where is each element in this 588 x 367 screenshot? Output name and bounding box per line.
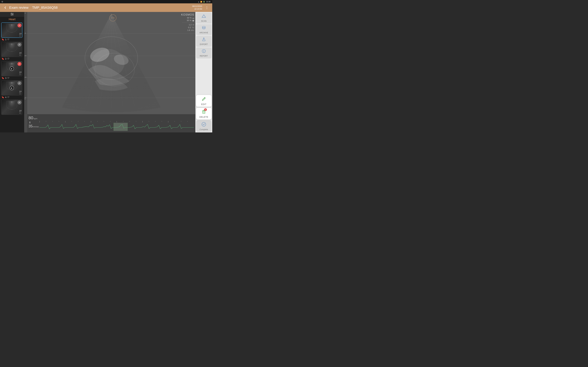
thumbnail-item[interactable]: ▐▐▐AbcABC ✓ 🔖 2 / 7	[1, 42, 23, 60]
network-icon: ▲	[198, 1, 199, 3]
thumbnail-footer: 🔖 2 / 7	[1, 57, 23, 60]
battery2-row: 95 % ⬤	[181, 19, 194, 22]
svg-rect-20	[202, 40, 205, 41]
thumbnail-label: 1 / 7	[5, 38, 9, 41]
ecg-strip: 80bpm ⏸ 35mm/sec	[27, 114, 195, 133]
thumbnail-image: ▐▐▐AbcABC ✓	[1, 42, 22, 57]
edit-icon	[201, 97, 206, 102]
report-icon	[202, 49, 206, 54]
svg-point-5	[11, 15, 12, 16]
complete-icon	[201, 122, 206, 128]
header-date: 08/12/2020 22:23:50	[192, 5, 202, 10]
battery-icon: 🔋	[203, 1, 205, 3]
scan-label: SCAN	[201, 20, 207, 22]
header-menu-button[interactable]: ⋮	[204, 5, 210, 10]
mi-value: 1.2	[189, 24, 191, 26]
svg-point-19	[202, 26, 205, 27]
header-right: 08/12/2020 22:23:50 ⋮	[192, 5, 210, 10]
thumbnail-item[interactable]: ▐▐▐AbcABC ✓ ▶ 🔖 3 / 7	[1, 61, 23, 80]
ecg-pause-button[interactable]: ⏸	[28, 121, 31, 124]
right-sidebar: SCAN ARCHIVE EXPORT	[195, 12, 212, 133]
bookmark-icon: 🔖	[1, 38, 4, 41]
delete-button[interactable]: 2 DELETE	[196, 108, 211, 119]
delete-badge: 2	[204, 108, 207, 111]
delete-label: DELETE	[199, 116, 208, 118]
header-title: Exam review	[9, 6, 28, 10]
ecg-speed: 35mm/sec	[28, 124, 39, 128]
svg-marker-18	[202, 15, 206, 17]
us-image-canvas: EN	[27, 12, 195, 114]
svg-point-31	[202, 122, 206, 126]
ecg-bpm: 80bpm	[28, 116, 37, 120]
delete-icon	[201, 110, 206, 115]
thumbnail-footer: 🔖 3 / 7	[1, 76, 23, 80]
thumbnail-item[interactable]: ▐▐▐AbcABC ✓ 🔖 1 / 7	[1, 23, 23, 41]
thumbnail-image: ▐▐▐AbcABC ✓ ▶	[1, 61, 22, 76]
export-icon	[202, 37, 206, 43]
check-badge: ✓	[17, 62, 21, 66]
complete-button[interactable]: Complete	[196, 120, 211, 132]
thumbnail-footer: 🔖 4 / 7	[1, 96, 23, 99]
scale-10: -10	[24, 55, 26, 56]
back-button[interactable]	[2, 5, 8, 10]
complete-label: Complete	[199, 128, 208, 131]
ecg-timeline	[40, 121, 194, 131]
thumbnail-label: 4 / 7	[5, 96, 9, 99]
export-button[interactable]: EXPORT	[196, 36, 211, 47]
battery1-icon: ▬	[192, 17, 194, 19]
tis-label: TIS	[192, 27, 194, 28]
svg-point-3	[11, 13, 12, 14]
status-bar-left	[1, 1, 3, 2]
edit-label: EDIT	[201, 103, 207, 106]
bookmark-icon: 🔖	[1, 58, 4, 60]
info-brand: KOSMOS	[181, 13, 194, 16]
filter-icon[interactable]	[10, 13, 14, 16]
check-badge: ✓	[17, 23, 21, 27]
mhz-row: 1.8 MHz	[181, 29, 194, 31]
svg-point-4	[12, 14, 13, 15]
thumbnail-image: ▐▐▐AbcABC ✓	[1, 100, 22, 115]
category-label: Heart	[1, 18, 23, 21]
check-badge: ✓	[17, 43, 21, 47]
thumbnail-item[interactable]: ▐▐▐AbcABC ✓	[1, 100, 23, 115]
signal-icon: 📶	[200, 1, 202, 3]
status-dot	[1, 1, 3, 2]
archive-button[interactable]: ARCHIVE	[196, 24, 211, 35]
archive-label: ARCHIVE	[199, 32, 208, 34]
edit-button[interactable]: EDIT	[196, 95, 211, 107]
left-sidebar: Heart ▐▐▐AbcABC ✓ 🔖 1 / 7 ▐▐▐AbcABC	[0, 12, 24, 133]
bookmark-icon: 🔖	[1, 77, 4, 79]
thumbnail-footer: 🔖 1 / 7	[1, 38, 23, 41]
mhz-value: 1.8	[187, 29, 190, 31]
check-badge: ✓	[17, 100, 21, 104]
svg-point-24	[204, 50, 204, 50]
thumbnail-image: ▐▐▐AbcABC ✓ ▶	[1, 80, 22, 96]
tis-value: 0.2	[188, 26, 191, 29]
report-button[interactable]: REPORT	[196, 47, 211, 58]
battery2-icon: ⬤	[192, 20, 194, 22]
header-bar: Exam review TMP_85AS6Q58 08/12/2020 22:2…	[0, 3, 212, 12]
ecg-waveform	[40, 123, 194, 131]
main-ultrasound-view: -0 -5 -10 -15 -20 cm EN	[24, 12, 195, 133]
thumbnail-label: 2 / 7	[5, 58, 9, 60]
scale-20: -20 cm	[24, 97, 27, 100]
bookmark-icon: 🔖	[1, 96, 4, 99]
thumbnail-item[interactable]: ▐▐▐AbcABC ✓ ▶ 🔖 4 / 7	[1, 80, 23, 99]
mhz-label: MHz	[191, 30, 194, 31]
battery1-value: 90 %	[187, 17, 191, 19]
play-button[interactable]: ▶	[10, 67, 14, 71]
time-display: 22:30	[206, 1, 210, 3]
archive-icon	[202, 26, 206, 31]
scale-5: -5	[25, 33, 26, 34]
scale-0: -0	[25, 12, 26, 14]
scan-button[interactable]: SCAN	[196, 13, 211, 24]
export-label: EXPORT	[200, 43, 208, 45]
report-label: REPORT	[200, 55, 208, 57]
thumbnail-image: ▐▐▐AbcABC ✓	[1, 23, 22, 38]
scale-15: -15	[24, 76, 26, 78]
play-button[interactable]: ▶	[10, 86, 14, 90]
ecg-ruler	[40, 121, 194, 123]
info-panel: KOSMOS 90 % ▬ 95 % ⬤ 1.2 MI 0.2 TIS 1.8 …	[181, 13, 194, 31]
sidebar-controls	[0, 12, 24, 17]
battery2-value: 95 %	[187, 19, 191, 22]
